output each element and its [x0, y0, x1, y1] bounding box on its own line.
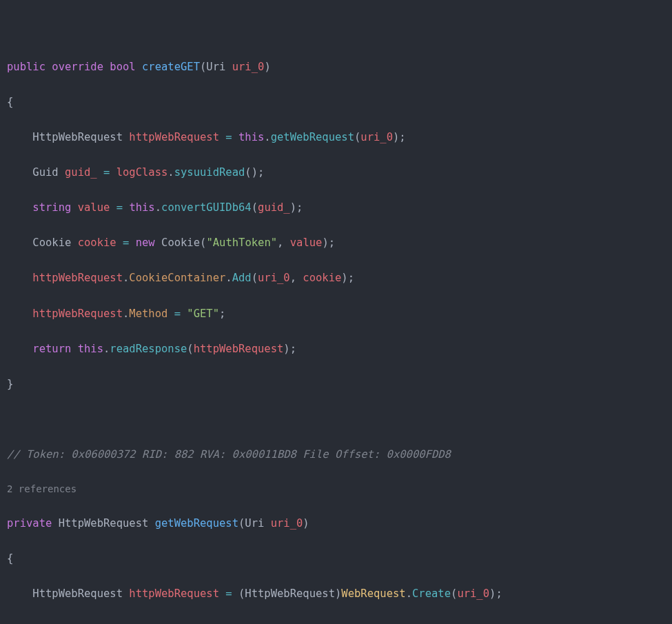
paren: ) — [303, 517, 309, 530]
reference-count[interactable]: 2 references — [7, 481, 665, 497]
param-name: uri_0 — [271, 517, 303, 530]
this-keyword: this — [238, 131, 264, 143]
paren: ); — [341, 272, 354, 284]
code-line: private HttpWebRequest getWebRequest(Uri… — [7, 515, 665, 533]
paren: ( — [200, 236, 206, 249]
assign-op: = — [123, 236, 129, 249]
code-line: { — [7, 94, 665, 112]
blank-line — [7, 411, 665, 429]
code-line: { — [7, 550, 665, 568]
dot: . — [167, 166, 174, 179]
arg: guid_ — [258, 201, 290, 214]
variable: httpWebRequest — [129, 587, 219, 600]
variable: httpWebRequest — [129, 131, 219, 143]
string-literal: "GET" — [187, 308, 219, 320]
type-ref: HttpWebRequest — [32, 131, 123, 143]
code-line: Cookie cookie = new Cookie("AuthToken", … — [7, 234, 665, 252]
paren: ( — [252, 272, 258, 284]
arg: uri_0 — [457, 587, 489, 600]
comment-text: // Token: 0x06000372 RID: 882 RVA: 0x000… — [7, 448, 451, 461]
this-keyword: this — [129, 201, 154, 214]
param-type: Uri — [206, 61, 225, 73]
comma: , — [277, 236, 290, 249]
arg: uri_0 — [360, 131, 393, 143]
return-keyword: return — [32, 343, 71, 355]
assign-op: = — [103, 166, 110, 179]
type-ref: Cookie — [32, 236, 71, 249]
paren: ( — [252, 201, 258, 214]
code-line: Guid guid_ = logClass.sysuuidRead(); — [7, 164, 665, 182]
assign-op: = — [116, 201, 123, 214]
code-line: } — [7, 376, 665, 394]
paren: ); — [290, 201, 303, 214]
code-line: HttpWebRequest httpWebRequest = this.get… — [7, 129, 665, 147]
property: CookieContainer — [129, 272, 225, 284]
type-ref: Guid — [32, 166, 58, 179]
dot: . — [406, 587, 412, 600]
class-ref: Cookie — [161, 236, 200, 249]
method-call: sysuuidRead — [174, 166, 245, 179]
method-name: getWebRequest — [155, 517, 238, 530]
return-type: HttpWebRequest — [59, 517, 149, 530]
method-name: createGET — [142, 61, 200, 73]
class-ref: WebRequest — [341, 587, 405, 600]
method-call: getWebRequest — [271, 131, 354, 143]
code-line: string leftPart = uri_0.GetLeftPart(UriP… — [7, 621, 665, 624]
dot: . — [225, 272, 232, 284]
brace-close: } — [7, 378, 13, 390]
keyword-public: public — [7, 61, 45, 73]
brace-open: { — [7, 552, 13, 565]
comma: , — [290, 272, 303, 284]
new-keyword: new — [136, 236, 155, 249]
return-type: bool — [110, 61, 135, 73]
code-line: public override bool createGET(Uri uri_0… — [7, 59, 665, 77]
type-ref: HttpWebRequest — [32, 587, 123, 600]
variable: value — [78, 201, 110, 214]
paren: ( — [238, 587, 245, 600]
variable: httpWebRequest — [32, 272, 123, 284]
arg: httpWebRequest — [194, 343, 284, 355]
param-name: uri_0 — [232, 61, 265, 73]
assign-op: = — [225, 587, 232, 600]
method-call: convertGUIDb64 — [161, 201, 252, 214]
paren: ( — [200, 61, 206, 73]
arg: uri_0 — [258, 272, 290, 284]
dot: . — [264, 131, 270, 143]
keyword-override: override — [52, 61, 103, 73]
param-type: Uri — [245, 517, 264, 530]
property: Method — [129, 308, 167, 320]
variable: guid_ — [65, 166, 97, 179]
paren: ); — [489, 587, 502, 600]
method-call: Create — [412, 587, 451, 600]
paren: ) — [335, 587, 341, 600]
method-call: Add — [232, 272, 252, 284]
keyword-private: private — [7, 517, 52, 530]
assign-op: = — [174, 308, 181, 320]
dot: . — [155, 201, 161, 214]
brace-open: { — [7, 96, 13, 108]
paren: ); — [393, 131, 406, 143]
paren: ( — [354, 131, 360, 143]
assign-op: = — [225, 131, 232, 143]
string-literal: "AuthToken" — [206, 236, 277, 249]
code-line: HttpWebRequest httpWebRequest = (HttpWeb… — [7, 585, 665, 603]
class-ref: logClass — [116, 166, 168, 179]
code-line: return this.readResponse(httpWebRequest)… — [7, 341, 665, 359]
type-ref: string — [32, 201, 71, 214]
cast-type: HttpWebRequest — [245, 587, 335, 600]
paren: ( — [451, 587, 457, 600]
this-keyword: this — [78, 343, 103, 355]
code-line: string value = this.convertGUIDb64(guid_… — [7, 199, 665, 217]
method-call: readResponse — [110, 343, 187, 355]
paren: ); — [283, 343, 296, 355]
paren: ); — [322, 236, 335, 249]
variable: httpWebRequest — [32, 308, 123, 320]
paren: ( — [187, 343, 193, 355]
arg: value — [290, 236, 323, 249]
arg: cookie — [303, 272, 341, 284]
variable: cookie — [78, 236, 116, 249]
dot: . — [123, 272, 129, 284]
token-comment: // Token: 0x06000372 RID: 882 RVA: 0x000… — [7, 446, 665, 464]
paren: ) — [264, 61, 270, 73]
dot: . — [103, 343, 110, 355]
